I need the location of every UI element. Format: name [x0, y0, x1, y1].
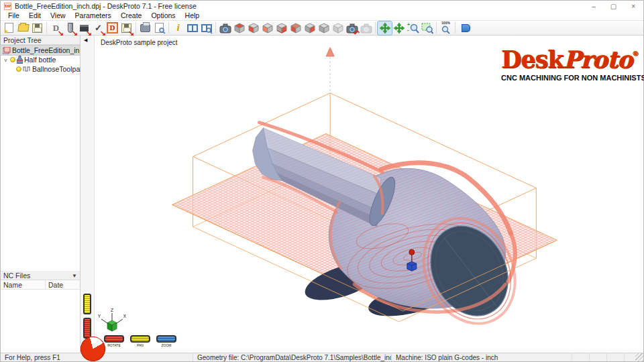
zoom-100-label: 100%: [441, 21, 450, 25]
brand-tagline: CNC MACHINING FOR NON MACHINISTS: [501, 74, 637, 82]
view-top-icon[interactable]: [232, 21, 246, 35]
chevron-down-icon[interactable]: v: [3, 57, 9, 63]
menu-parameters[interactable]: Parameters: [70, 11, 116, 19]
brand-text: DeskProto®: [501, 41, 637, 72]
axis-x-label: X: [123, 314, 127, 318]
pan-button-label: PAN: [137, 343, 144, 347]
visibility-bulb-icon[interactable]: [10, 57, 15, 62]
project-tree-title: Project Tree: [3, 36, 42, 44]
app-icon: DP: [4, 3, 11, 10]
camera-previous-view-icon[interactable]: ↶: [345, 21, 359, 35]
deskproto-wizard-icon[interactable]: D: [105, 21, 119, 35]
viewport-caption: DeskProto sample project: [101, 39, 178, 46]
write-nc-file-icon[interactable]: ↘: [119, 21, 133, 35]
rotate-button[interactable]: ROTATE: [104, 335, 124, 347]
magnifier-glyph: [159, 27, 166, 34]
visibility-bulb-icon[interactable]: [16, 66, 21, 72]
title-bar: DP Bottle_FreeEdition_inch.dpj - DeskPro…: [1, 1, 643, 11]
wizard-calculate-icon[interactable]: ✓↘: [91, 21, 105, 35]
view-right-icon[interactable]: [303, 21, 317, 35]
split-view-icon[interactable]: [185, 21, 199, 35]
rotate-slider[interactable]: [83, 318, 91, 339]
deskproto-logo: DeskProto® CNC MACHINING FOR NON MACHINI…: [501, 41, 637, 82]
project-tree: Bottle_FreeEdition_inch v Half bottle Ba…: [1, 45, 80, 271]
view-back-icon[interactable]: [288, 21, 303, 35]
nc-files-title: NC Files: [3, 272, 30, 280]
column-date[interactable]: Date: [46, 280, 80, 289]
pan-view-icon[interactable]: [392, 21, 406, 35]
svg-text:-: -: [407, 27, 409, 33]
pan-slider[interactable]: [83, 294, 91, 314]
left-panel: Project Tree Bottle_FreeEdition_inch v H…: [1, 36, 80, 353]
rotate-button-pill: [104, 335, 124, 343]
zoom-button[interactable]: ZOOM: [156, 335, 176, 347]
toolpath-icon: [23, 66, 31, 72]
view-isometric-2-icon[interactable]: [331, 21, 345, 35]
collapse-panel-arrow-icon[interactable]: ◀: [84, 38, 87, 43]
zoom-in-icon[interactable]: +-: [406, 21, 420, 35]
view-isometric-icon[interactable]: [317, 21, 331, 35]
viewport-3d[interactable]: DeskProto sample project DeskProto® CNC …: [95, 36, 643, 353]
tree-item-project[interactable]: Bottle_FreeEdition_inch: [1, 46, 80, 55]
menu-create[interactable]: Create: [116, 11, 147, 19]
menu-help[interactable]: Help: [180, 11, 205, 19]
rotate-view-icon[interactable]: [378, 21, 392, 35]
rotate-button-label: ROTATE: [107, 343, 121, 347]
part-bottle-icon: [17, 56, 23, 64]
menu-file[interactable]: File: [3, 11, 24, 19]
maximize-button[interactable]: ▢: [610, 3, 616, 10]
save-icon[interactable]: [30, 21, 44, 35]
project-tree-header: Project Tree: [1, 36, 80, 45]
print-preview-icon[interactable]: [152, 21, 166, 35]
camera-standard-view-icon[interactable]: [218, 21, 232, 35]
tree-item-part[interactable]: v Half bottle: [1, 55, 80, 64]
z-axis-arrow: [326, 48, 334, 91]
info-icon[interactable]: i: [171, 21, 185, 35]
tree-item-operation[interactable]: BallnoseToolpaths: [1, 64, 80, 74]
zoom-region-icon[interactable]: [420, 21, 434, 35]
view-nav-buttons: ROTATE PAN ZOOM: [104, 335, 176, 347]
axis-y-label: Y: [98, 314, 101, 318]
wizard-cutter-icon[interactable]: ↘: [63, 21, 77, 35]
view-control-strip: ◀: [80, 36, 95, 353]
help-book-icon[interactable]: [458, 21, 472, 35]
svg-text:+: +: [407, 22, 410, 27]
dropdown-arrow-icon[interactable]: ▼: [72, 273, 77, 279]
menu-options[interactable]: Options: [146, 11, 180, 19]
pan-button[interactable]: PAN: [130, 335, 150, 347]
zoom-button-label: ZOOM: [162, 343, 172, 347]
menu-edit[interactable]: Edit: [24, 11, 46, 19]
tree-item-label: Bottle_FreeEdition_inch: [12, 46, 87, 54]
wizard-machine-icon[interactable]: ↘: [77, 21, 91, 35]
scene-canvas[interactable]: [95, 36, 643, 357]
menu-view[interactable]: View: [46, 11, 70, 19]
minimize-button[interactable]: –: [592, 3, 596, 10]
pan-button-pill: [130, 335, 150, 343]
view-bottom-icon[interactable]: [274, 21, 288, 35]
rotate-pie-control[interactable]: [80, 337, 105, 361]
axis-z-label: Z: [111, 308, 113, 312]
view-left-icon[interactable]: [260, 21, 274, 35]
wizard-load-geometry-icon[interactable]: D↘: [49, 21, 63, 35]
view-front-icon[interactable]: [246, 21, 260, 35]
zoom-window-icon[interactable]: [199, 21, 213, 35]
open-icon[interactable]: [16, 21, 30, 35]
nc-files-list[interactable]: [1, 290, 80, 353]
deskproto-window: DP Bottle_FreeEdition_inch.dpj - DeskPro…: [0, 0, 644, 362]
menu-bar: File Edit View Parameters Create Options…: [1, 11, 643, 20]
axis-indicator: Z Y X: [97, 307, 127, 335]
toolbar: ★ D↘ ↘ ↘ ✓↘ D ↘ i ↶: [1, 20, 643, 36]
window-title: Bottle_FreeEdition_inch.dpj - DeskProto …: [15, 2, 592, 10]
camera-disabled-icon: [359, 21, 373, 35]
nc-files-columns: Name Date: [1, 280, 80, 290]
project-icon: [3, 47, 11, 54]
nc-files-header[interactable]: NC Files ▼: [1, 271, 80, 280]
zoom-100-icon[interactable]: 100%: [439, 21, 453, 35]
column-name[interactable]: Name: [1, 280, 46, 289]
new-icon[interactable]: ★: [2, 21, 16, 35]
print-icon[interactable]: [138, 21, 152, 35]
zoom-button-pill: [156, 335, 176, 343]
magnifier-glyph: [206, 27, 213, 34]
tree-item-label: Half bottle: [24, 56, 56, 64]
close-button[interactable]: ×: [631, 3, 635, 10]
